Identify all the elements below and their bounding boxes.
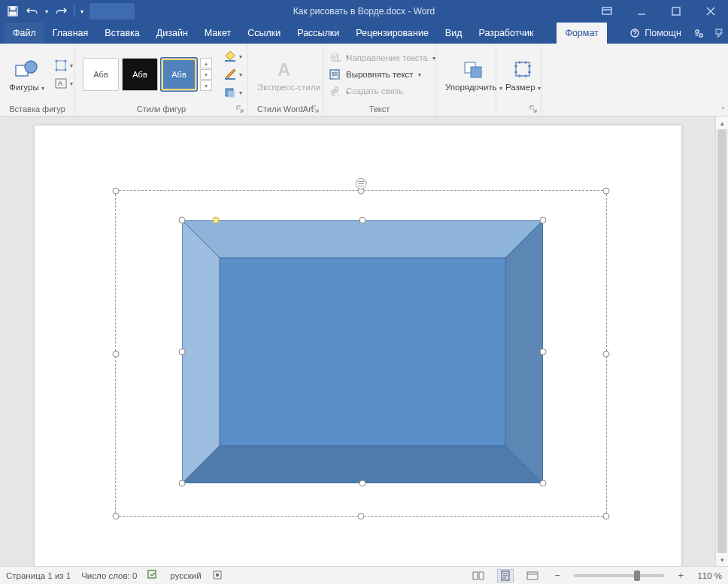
window-controls xyxy=(590,0,728,23)
shape-fill-button[interactable]: ▾ xyxy=(221,48,244,65)
web-layout-icon[interactable] xyxy=(524,569,541,582)
gallery-more-icon[interactable]: ▾ xyxy=(200,80,212,91)
shapes-button[interactable]: Фигуры ▾ xyxy=(5,47,49,101)
quick-access-toolbar: ▾ ▾ xyxy=(0,5,89,18)
svg-rect-36 xyxy=(220,258,505,446)
shape-handle-sw[interactable] xyxy=(178,480,185,487)
style-thumb-1[interactable]: Абв xyxy=(83,58,119,91)
svg-point-13 xyxy=(64,69,66,71)
handle-s[interactable] xyxy=(357,513,364,520)
maximize-icon[interactable] xyxy=(659,0,693,23)
qat-customize-icon[interactable]: ▾ xyxy=(80,8,83,15)
svg-point-11 xyxy=(64,60,66,62)
handle-e[interactable] xyxy=(602,350,609,357)
zoom-in-icon[interactable]: + xyxy=(675,570,687,582)
document-area: ▴ ▾ xyxy=(0,116,728,566)
macro-record-icon[interactable] xyxy=(212,570,223,582)
shape-handle-n[interactable] xyxy=(359,217,366,224)
page-indicator[interactable]: Страница 1 из 1 xyxy=(6,571,71,580)
dialog-launcher-icon[interactable] xyxy=(529,104,539,115)
tab-review[interactable]: Рецензирование xyxy=(347,23,437,44)
svg-text:A: A xyxy=(332,51,338,62)
shape-adjust-handle[interactable] xyxy=(212,217,219,224)
gallery-down-icon[interactable]: ▾ xyxy=(200,69,212,80)
shape-fill-icon xyxy=(223,49,238,64)
minimize-icon[interactable] xyxy=(624,0,659,23)
handle-ne[interactable] xyxy=(602,188,609,195)
shape-effects-button[interactable]: ▾ xyxy=(221,84,244,101)
account-indicator[interactable] xyxy=(89,3,135,20)
dialog-launcher-icon[interactable] xyxy=(311,104,321,115)
shape-handle-w[interactable] xyxy=(178,349,185,356)
shape-handle-se[interactable] xyxy=(539,480,546,487)
handle-w[interactable] xyxy=(112,350,119,357)
arrange-icon xyxy=(462,57,486,81)
tab-view[interactable]: Вид xyxy=(437,23,471,44)
language-indicator[interactable]: русский xyxy=(170,571,201,580)
tell-me-label: Помощн xyxy=(645,28,681,38)
word-count[interactable]: Число слов: 0 xyxy=(81,571,137,580)
spellcheck-icon[interactable] xyxy=(147,570,159,582)
tab-references[interactable]: Ссылки xyxy=(239,23,289,44)
tab-file[interactable]: Файл xyxy=(5,23,44,44)
svg-marker-34 xyxy=(182,446,543,483)
tab-insert[interactable]: Вставка xyxy=(96,23,147,44)
scroll-thumb[interactable] xyxy=(717,129,726,553)
size-button[interactable]: Размер ▾ xyxy=(501,47,545,101)
redo-icon[interactable] xyxy=(54,5,68,18)
tab-format[interactable]: Формат xyxy=(557,23,606,44)
shape-handle-s[interactable] xyxy=(359,480,366,487)
style-thumb-3[interactable]: Абв xyxy=(161,58,197,91)
zoom-out-icon[interactable]: − xyxy=(551,570,563,582)
tab-design[interactable]: Дизайн xyxy=(148,23,196,44)
handle-sw[interactable] xyxy=(112,513,119,520)
gallery-up-icon[interactable]: ▴ xyxy=(200,58,212,68)
tab-home[interactable]: Главная xyxy=(44,23,97,44)
save-icon[interactable] xyxy=(6,5,20,18)
status-bar: Страница 1 из 1 Число слов: 0 русский − … xyxy=(0,566,728,584)
handle-nw[interactable] xyxy=(112,188,119,195)
tab-developer[interactable]: Разработчик xyxy=(470,23,541,44)
activity-icon[interactable] xyxy=(708,23,728,44)
shape-handle-nw[interactable] xyxy=(178,217,185,224)
collapse-ribbon-icon[interactable]: ˄ xyxy=(721,106,725,114)
tell-me[interactable]: Помощн xyxy=(622,23,689,44)
tab-mailings[interactable]: Рассылки xyxy=(289,23,347,44)
print-layout-icon[interactable] xyxy=(497,569,514,582)
scroll-down-icon[interactable]: ▾ xyxy=(716,553,728,566)
read-mode-icon[interactable] xyxy=(470,569,487,582)
svg-rect-24 xyxy=(332,78,341,80)
tab-layout[interactable]: Макет xyxy=(196,23,239,44)
svg-rect-28 xyxy=(471,67,481,77)
style-thumb-2[interactable]: Абв xyxy=(122,58,158,91)
share-icon[interactable] xyxy=(689,23,708,44)
zoom-slider[interactable] xyxy=(574,574,664,577)
page[interactable] xyxy=(35,126,681,566)
svg-rect-4 xyxy=(672,8,680,15)
layout-options-icon[interactable] xyxy=(353,177,369,193)
undo-dropdown-icon[interactable]: ▾ xyxy=(45,8,48,15)
zoom-slider-thumb[interactable] xyxy=(634,570,640,581)
draw-textbox-button[interactable]: A▾ xyxy=(52,75,74,92)
edit-shape-button[interactable]: ▾ xyxy=(52,57,74,74)
scroll-up-icon[interactable]: ▴ xyxy=(716,116,728,129)
svg-rect-22 xyxy=(332,60,341,62)
bevel-shape[interactable] xyxy=(182,220,543,483)
handle-se[interactable] xyxy=(602,513,609,520)
undo-icon[interactable] xyxy=(26,5,39,18)
close-icon[interactable] xyxy=(693,0,728,23)
vertical-scrollbar[interactable]: ▴ ▾ xyxy=(715,116,728,566)
dialog-launcher-icon[interactable] xyxy=(235,104,246,115)
ribbon-display-icon[interactable] xyxy=(590,0,624,23)
shape-outline-button[interactable]: ▾ xyxy=(221,66,244,83)
svg-marker-35 xyxy=(182,220,220,483)
shape-handle-e[interactable] xyxy=(539,349,546,356)
gallery-scroll[interactable]: ▴▾▾ xyxy=(200,58,212,91)
document-canvas[interactable] xyxy=(0,116,715,566)
quick-styles-label: Экспресс-стили xyxy=(257,83,320,92)
shape-handle-ne[interactable] xyxy=(539,217,546,224)
svg-point-6 xyxy=(696,30,699,33)
shape-style-gallery[interactable]: Абв Абв Абв ▴▾▾ xyxy=(80,58,215,91)
zoom-level[interactable]: 110 % xyxy=(697,571,722,580)
svg-point-12 xyxy=(55,69,57,71)
